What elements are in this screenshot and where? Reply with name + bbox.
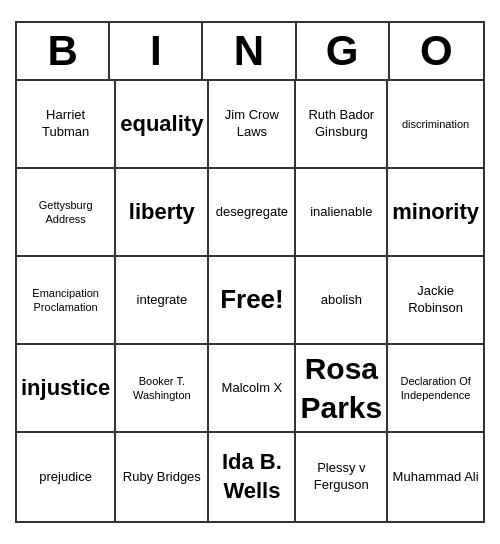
cell-text-10: Emancipation Proclamation (21, 286, 110, 315)
bingo-cell-2: Jim Crow Laws (209, 81, 296, 169)
bingo-cell-18: Rosa Parks (296, 345, 388, 433)
bingo-letter-n: N (203, 23, 296, 79)
bingo-cell-8: inalienable (296, 169, 388, 257)
bingo-cell-14: Jackie Robinson (388, 257, 483, 345)
cell-text-14: Jackie Robinson (392, 283, 479, 317)
bingo-cell-6: liberty (116, 169, 209, 257)
cell-text-6: liberty (129, 198, 195, 227)
bingo-grid: Harriet TubmanequalityJim Crow LawsRuth … (17, 81, 483, 521)
cell-text-8: inalienable (310, 204, 372, 221)
bingo-cell-17: Malcolm X (209, 345, 296, 433)
bingo-cell-21: Ruby Bridges (116, 433, 209, 521)
bingo-cell-16: Booker T. Washington (116, 345, 209, 433)
bingo-cell-9: minority (388, 169, 483, 257)
bingo-card: BINGO Harriet TubmanequalityJim Crow Law… (15, 21, 485, 523)
cell-text-2: Jim Crow Laws (213, 107, 290, 141)
bingo-cell-3: Ruth Bador Ginsburg (296, 81, 388, 169)
bingo-cell-15: injustice (17, 345, 116, 433)
cell-text-21: Ruby Bridges (123, 469, 201, 486)
cell-text-18: Rosa Parks (300, 349, 382, 427)
cell-text-23: Plessy v Ferguson (300, 460, 382, 494)
bingo-cell-23: Plessy v Ferguson (296, 433, 388, 521)
bingo-cell-10: Emancipation Proclamation (17, 257, 116, 345)
bingo-cell-5: Gettysburg Address (17, 169, 116, 257)
bingo-cell-12: Free! (209, 257, 296, 345)
bingo-cell-13: abolish (296, 257, 388, 345)
bingo-letter-o: O (390, 23, 483, 79)
bingo-cell-24: Muhammad Ali (388, 433, 483, 521)
cell-text-4: discrimination (402, 117, 469, 131)
cell-text-15: injustice (21, 374, 110, 403)
bingo-cell-4: discrimination (388, 81, 483, 169)
bingo-letter-b: B (17, 23, 110, 79)
bingo-cell-20: prejudice (17, 433, 116, 521)
bingo-cell-19: Declaration Of Independence (388, 345, 483, 433)
bingo-header: BINGO (17, 23, 483, 81)
cell-text-9: minority (392, 198, 479, 227)
cell-text-1: equality (120, 110, 203, 139)
cell-text-22: Ida B. Wells (213, 448, 290, 505)
cell-text-17: Malcolm X (222, 380, 283, 397)
cell-text-3: Ruth Bador Ginsburg (300, 107, 382, 141)
cell-text-16: Booker T. Washington (120, 374, 203, 403)
bingo-cell-1: equality (116, 81, 209, 169)
bingo-cell-11: integrate (116, 257, 209, 345)
bingo-cell-0: Harriet Tubman (17, 81, 116, 169)
bingo-letter-g: G (297, 23, 390, 79)
cell-text-5: Gettysburg Address (21, 198, 110, 227)
bingo-letter-i: I (110, 23, 203, 79)
cell-text-13: abolish (321, 292, 362, 309)
cell-text-24: Muhammad Ali (393, 469, 479, 486)
cell-text-7: desegregate (216, 204, 288, 221)
cell-text-20: prejudice (39, 469, 92, 486)
bingo-cell-22: Ida B. Wells (209, 433, 296, 521)
cell-text-0: Harriet Tubman (21, 107, 110, 141)
bingo-cell-7: desegregate (209, 169, 296, 257)
cell-text-12: Free! (220, 283, 284, 317)
cell-text-11: integrate (137, 292, 188, 309)
cell-text-19: Declaration Of Independence (392, 374, 479, 403)
